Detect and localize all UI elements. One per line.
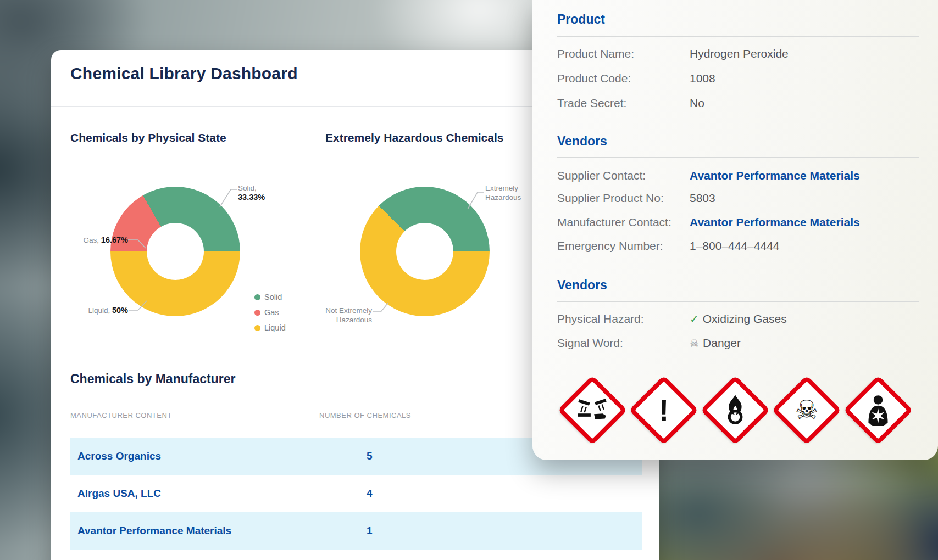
detail-value: No [690, 97, 704, 110]
chemical-count-cell: 5 [367, 438, 373, 475]
detail-label: Physical Hazard: [557, 312, 644, 326]
ghs-corrosion-icon [557, 375, 628, 445]
detail-value: 5803 [690, 192, 715, 205]
manufacturer-name-cell[interactable]: Airgas USA, LLC [77, 475, 161, 512]
detail-panel: Product Product Name: Hydrogen Peroxide … [532, 0, 938, 460]
callout-line: Not Extremely [325, 306, 372, 315]
section-heading-vendors: Vendors [557, 134, 607, 149]
callout-not-extremely-hazardous: Not ExtremelyHazardous [309, 306, 372, 324]
donut-hole [396, 223, 453, 280]
ghs-exclamation-icon: ! [629, 375, 699, 445]
callout-solid-label: Solid, [238, 184, 257, 192]
ghs-flame-over-circle-icon [700, 375, 770, 445]
callout-line: Hazardous [485, 193, 521, 201]
table-row[interactable]: Airgas USA, LLC 4 [70, 475, 642, 513]
svg-text:☠: ☠ [795, 395, 819, 425]
detail-row: Product Code: 1008 [557, 72, 927, 88]
vendor-link[interactable]: Avantor Performance Materials [690, 216, 860, 229]
physical-state-donut[interactable] [110, 187, 240, 316]
callout-solid: Solid,33.33% [238, 183, 265, 202]
detail-row: Supplier Product No: 5803 [557, 192, 927, 208]
table-row[interactable]: Avantor Performance Materials 1 [70, 512, 642, 550]
section-divider [557, 157, 919, 158]
section-heading-vendors-hazard: Vendors [557, 278, 607, 293]
detail-row: Physical Hazard: ✓Oxidizing Gases [557, 312, 927, 329]
legend-dot [254, 310, 260, 316]
manufacturer-section-title: Chemicals by Manufacturer [70, 372, 235, 387]
section-heading-product: Product [557, 12, 605, 27]
legend-item-gas: Gas [254, 305, 286, 320]
detail-label: Product Name: [557, 47, 634, 60]
detail-value: ✓Oxidizing Gases [690, 312, 787, 326]
check-icon: ✓ [690, 312, 699, 326]
legend-item-liquid: Liquid [254, 320, 286, 335]
column-header-count: NUMBER OF CHEMICALS [319, 411, 411, 419]
hazardous-chart-title: Extremely Hazardous Chemicals [325, 131, 503, 144]
manufacturer-name-cell[interactable]: Avantor Performance Materials [77, 512, 231, 550]
page-title: Chemical Library Dashboard [70, 64, 298, 83]
detail-row: Emergency Number: 1–800–444–4444 [557, 239, 927, 256]
callout-line: Hazardous [336, 316, 372, 324]
callout-liquid: Liquid, 50% [70, 306, 128, 315]
detail-label: Manufacturer Contact: [557, 216, 671, 229]
detail-value: 1008 [690, 72, 715, 85]
physical-state-chart-title: Chemicals by Physical State [70, 131, 226, 144]
manufacturer-name-cell[interactable]: Across Organics [77, 438, 161, 475]
detail-row: Signal Word: ☠Danger [557, 337, 927, 353]
detail-value: 1–800–444–4444 [690, 239, 780, 253]
legend-dot [254, 294, 260, 300]
callout-extremely-hazardous: ExtremelyHazardous [485, 183, 521, 202]
ghs-health-hazard-icon [843, 375, 913, 445]
legend-label: Solid [264, 293, 282, 301]
detail-label: Signal Word: [557, 337, 623, 350]
detail-row: Supplier Contact: Avantor Performance Ma… [557, 169, 927, 186]
detail-label: Emergency Number: [557, 239, 663, 253]
callout-solid-value: 33.33% [238, 193, 265, 201]
chemical-count-cell: 4 [367, 475, 373, 512]
column-header-manufacturer: MANUFACTURER CONTENT [70, 411, 172, 419]
detail-row: Trade Secret: No [557, 97, 927, 113]
signal-word-value: Danger [703, 337, 741, 349]
svg-text:!: ! [659, 393, 669, 427]
detail-label: Product Code: [557, 72, 631, 85]
callout-line: Extremely [485, 184, 518, 192]
callout-liquid-value: 50% [112, 306, 128, 315]
physical-hazard-value: Oxidizing Gases [703, 312, 787, 325]
section-divider [557, 301, 919, 302]
ghs-skull-crossbones-icon: ☠ [772, 375, 842, 445]
chart-legend: Solid Gas Liquid [254, 289, 286, 335]
callout-liquid-label: Liquid, [88, 306, 110, 315]
legend-dot [254, 325, 260, 331]
hazardous-donut[interactable] [360, 187, 490, 316]
chemical-count-cell: 1 [367, 512, 373, 550]
vendor-link[interactable]: Avantor Performance Materials [690, 169, 860, 182]
detail-row: Manufacturer Contact: Avantor Performanc… [557, 216, 927, 232]
legend-label: Liquid [264, 323, 286, 332]
callout-gas-label: Gas, [84, 236, 99, 244]
detail-row: Product Name: Hydrogen Peroxide [557, 47, 927, 64]
detail-label: Supplier Contact: [557, 169, 646, 182]
detail-value: ☠Danger [690, 337, 741, 350]
section-divider [557, 36, 919, 37]
legend-item-solid: Solid [254, 289, 286, 305]
legend-label: Gas [264, 308, 279, 317]
pictogram-row: ! ☠ [532, 375, 938, 446]
callout-gas-value: 16.67% [101, 236, 128, 244]
skull-icon: ☠ [690, 337, 699, 349]
donut-hole [147, 223, 204, 280]
detail-label: Supplier Product No: [557, 192, 664, 205]
detail-value: Hydrogen Peroxide [690, 47, 789, 60]
callout-gas: Gas, 16.67% [68, 236, 128, 245]
detail-label: Trade Secret: [557, 97, 626, 110]
